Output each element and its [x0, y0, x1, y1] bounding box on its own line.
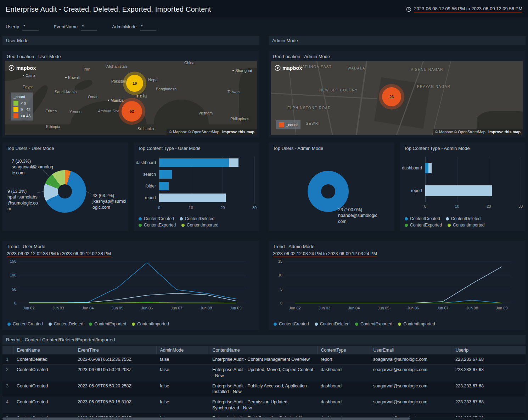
- bar-segment-ContentCreated[interactable]: [425, 163, 428, 173]
- attribution-text[interactable]: © Mapbox © OpenStreetMap: [169, 130, 219, 134]
- map-place-label: Cairo: [26, 73, 35, 78]
- map-place-label: SEWRI: [306, 122, 320, 125]
- mapbox-logo[interactable]: mapbox: [275, 65, 302, 71]
- map-admin-mode[interactable]: mapbox © Mapbox © OpenStreetMap Improve …: [271, 61, 523, 135]
- legend-item-ContentDeleted: ContentDeleted: [180, 216, 214, 221]
- map-user-mode[interactable]: mapbox © Mapbox © OpenStreetMap Improve …: [5, 61, 257, 135]
- svg-text:Jun 06: Jun 06: [407, 306, 419, 310]
- panel-title: Top Content Type - User Mode: [134, 142, 259, 153]
- mapbox-icon: [275, 65, 281, 71]
- mapbox-wordmark: mapbox: [16, 65, 36, 71]
- page-title: Enterprise Audit - Created, Deleted, Exp…: [6, 5, 211, 13]
- panel-trend-user: Trend - User Mode 2023-06-02 12:02:38 PM…: [2, 241, 259, 330]
- recent-content-table: EventNameEventTimeAdminModeContentNameCo…: [2, 346, 526, 420]
- donut-chart[interactable]: [44, 170, 86, 213]
- attribution-text[interactable]: © Mapbox © OpenStreetMap: [435, 130, 485, 134]
- bar-row: [159, 192, 254, 203]
- donut-callout: 7 (10.3%)soagarwal@sumologic.com: [12, 158, 54, 176]
- callout-email: hpal+sumolabs@sumologic.com: [7, 194, 40, 212]
- svg-text:0: 0: [280, 301, 282, 305]
- table-row[interactable]: 2ContentCreated2023-06-09T05:50:23.203Zf…: [2, 365, 526, 381]
- map-place-label: Eritrea: [45, 109, 57, 113]
- bar-segment-ContentCreated[interactable]: [159, 170, 172, 179]
- improve-map-link[interactable]: Improve this map: [488, 130, 521, 134]
- bar-segment-ContentDeleted[interactable]: [425, 185, 492, 196]
- map-count-bubble[interactable]: 16: [126, 75, 143, 92]
- map-place-label: India: [135, 93, 147, 99]
- legend-label: _count: [286, 123, 298, 127]
- map-place-label: Ethiopia: [46, 124, 60, 129]
- legend-swatch: [13, 113, 18, 118]
- bar-segment-ContentCreated[interactable]: [159, 182, 169, 190]
- column-header-index[interactable]: [2, 346, 13, 354]
- svg-text:10: 10: [278, 273, 282, 277]
- cell-contentname: Enterprise Audit - Permission Updated, S…: [209, 397, 317, 413]
- table-row[interactable]: 4ContentCreated2023-06-09T05:50:18.310Zf…: [2, 397, 526, 413]
- bar-segment-ContentDeleted[interactable]: [428, 163, 432, 173]
- map-place-label: Saudi Arabia: [55, 90, 77, 94]
- bar-segment-ContentDeleted[interactable]: [159, 194, 226, 202]
- legend-label: ContentDeleted: [185, 216, 214, 221]
- trend-admin-timerange-link[interactable]: 2023-06-02 12:03:24 PM to 2023-06-09 12:…: [273, 251, 377, 257]
- clock-icon: [406, 7, 411, 12]
- legend-swatch: [279, 122, 284, 127]
- map-place-label: Nepal: [148, 78, 158, 82]
- legend-label: ContentExported: [144, 223, 176, 228]
- svg-text:15: 15: [278, 259, 282, 263]
- bar-row: [159, 157, 254, 168]
- trend-user-chart: 050100150Jun 02Jun 03Jun 04Jun 05Jun 06J…: [2, 258, 259, 314]
- donut-chart[interactable]: [308, 171, 349, 212]
- cell-adminmode: false: [156, 365, 209, 381]
- horizontal-scrollbar[interactable]: [0, 417, 528, 420]
- svg-text:Jun 03: Jun 03: [319, 306, 330, 310]
- map-legend-item: 9 - 42: [13, 107, 30, 112]
- svg-text:Jun 08: Jun 08: [466, 306, 478, 310]
- column-header-AdminMode[interactable]: AdminMode: [156, 346, 209, 354]
- map-legend-title: _count: [13, 95, 30, 99]
- table-row[interactable]: 1ContentDeleted2023-06-09T06:15:36.755Zf…: [2, 354, 526, 365]
- legend-label: ContentDeleted: [54, 321, 83, 326]
- map-count-bubble[interactable]: 23: [382, 87, 401, 106]
- column-header-EventTime[interactable]: EventTime: [74, 346, 156, 354]
- map-count-bubble[interactable]: 52: [122, 101, 142, 122]
- bar-row: [425, 157, 521, 179]
- filter-input-adminmode[interactable]: *: [140, 24, 156, 31]
- table-viewport[interactable]: EventNameEventTimeAdminModeContentNameCo…: [2, 346, 526, 420]
- legend-label: ContentDeleted: [451, 216, 481, 221]
- trend-admin-subtitle: 2023-06-02 12:03:24 PM to 2023-06-09 12:…: [269, 251, 526, 258]
- column-header-ContentType[interactable]: ContentType: [317, 346, 370, 354]
- trend-admin-chart: 051015Jun 02Jun 03Jun 04Jun 05Jun 06Jun …: [269, 258, 526, 314]
- column-header-UserIp[interactable]: UserIp: [452, 346, 526, 354]
- map-place-label: Shanghai: [235, 68, 252, 73]
- callout-value: 7 (10.3%): [12, 158, 54, 164]
- improve-map-link[interactable]: Improve this map: [222, 130, 254, 134]
- trend-user-timerange-link[interactable]: 2023-06-02 12:02:38 PM to 2023-06-09 12:…: [7, 251, 111, 257]
- cell-useremail: soagarwal@sumologic.com: [370, 354, 452, 365]
- column-header-UserEmail[interactable]: UserEmail: [370, 346, 452, 354]
- cell-contentname: Enterprise Audit - Updated, Moved, Copie…: [209, 365, 317, 381]
- scrollbar-thumb[interactable]: [2, 418, 410, 420]
- cell-eventname: ContentCreated: [13, 365, 74, 381]
- filter-input-eventname[interactable]: *: [81, 24, 97, 31]
- legend-label: ContentImported: [187, 223, 218, 228]
- map-place-label: Vietnam: [198, 111, 213, 115]
- legend-dot: [315, 323, 318, 326]
- table-row[interactable]: 3ContentCreated2023-06-09T05:50:20.258Zf…: [2, 381, 526, 397]
- section-recent-content: Recent - Content Created/Deleted/Exporte…: [2, 335, 526, 345]
- svg-text:Jun 05: Jun 05: [378, 306, 389, 310]
- mapbox-logo[interactable]: mapbox: [9, 65, 36, 71]
- column-header-EventName[interactable]: EventName: [13, 346, 74, 354]
- bar-segment-ContentCreated[interactable]: [159, 158, 229, 167]
- legend-dot: [274, 323, 277, 326]
- column-header-ContentName[interactable]: ContentName: [209, 346, 317, 354]
- legend-label: >= 43: [21, 114, 30, 118]
- filter-input-userip[interactable]: *: [22, 24, 39, 31]
- legend-dot: [7, 323, 11, 326]
- bar-segment-ContentDeleted[interactable]: [229, 158, 238, 167]
- filter-label: UserIp: [6, 24, 19, 29]
- cell-index: 1: [2, 354, 13, 365]
- time-range-control[interactable]: 2023-06-08 12:09:56 PM to 2023-06-09 12:…: [406, 6, 522, 12]
- bar-row: [425, 179, 521, 202]
- map-legend-item: < 9: [13, 101, 30, 106]
- dashboard-header: Enterprise Audit - Created, Deleted, Exp…: [0, 0, 528, 18]
